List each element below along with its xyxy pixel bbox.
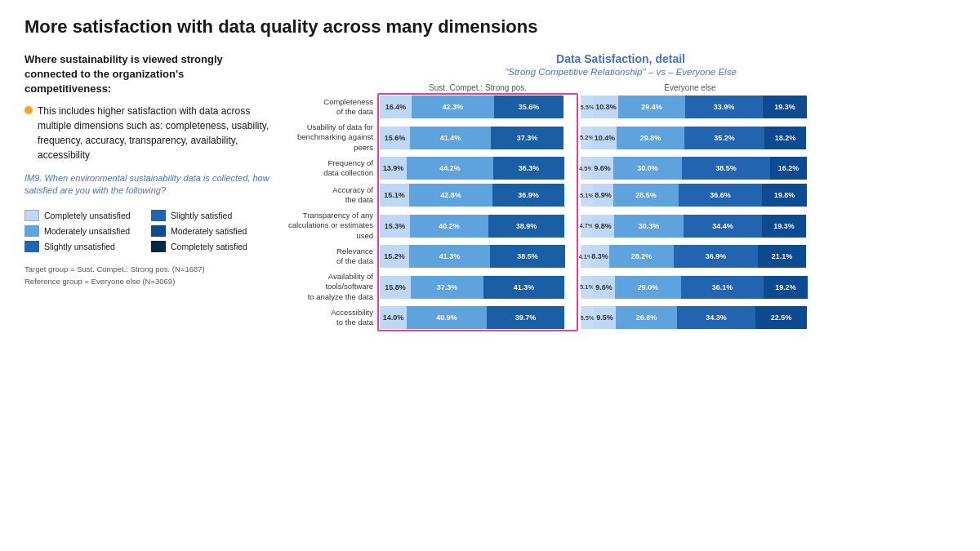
right-bars: 4.7%9.8%30.3%34.4%19.3%	[581, 215, 817, 238]
bar-segment-right: 16.2%	[770, 157, 807, 180]
footnote-1: Target group = Sust. Compet.: Strong pos…	[24, 264, 270, 275]
legend-item-5: Slightly unsatisfied	[24, 241, 143, 252]
bar-segment-left: 37.3%	[411, 276, 483, 299]
question-text: IM9. When environmental sustainability d…	[24, 172, 270, 198]
bar-segment-right: 8.9%	[593, 184, 613, 207]
right-bars: 4.1%8.3%28.2%36.9%21.1%	[581, 245, 817, 268]
bar-segment-left: 40.9%	[407, 306, 487, 329]
row-label: Usability of data forbenchmarking agains…	[286, 122, 380, 153]
chart-row: Transparency of anycalculations or estim…	[286, 211, 956, 241]
bar-segment-right: 38.5%	[682, 157, 770, 180]
bar-segment-left: 13.9%	[380, 157, 407, 180]
legend-label-2: Slightly satisfied	[171, 211, 232, 220]
right-bars: 5.1%8.9%28.5%36.6%19.8%	[581, 184, 817, 207]
left-bars: 15.2%41.3%38.5%	[380, 245, 576, 268]
row-label: Completenessof the data	[286, 97, 380, 118]
legend-color-2	[151, 210, 166, 221]
bar-segment-left: 15.2%	[380, 245, 409, 268]
bar-segment-right: 30.0%	[613, 157, 682, 180]
right-bars: 5.5%9.5%26.8%34.3%22.5%	[581, 306, 817, 329]
legend: Completely unsatisfied Slightly satisfie…	[24, 210, 270, 252]
left-bars: 16.4%42.3%35.6%	[380, 96, 576, 118]
bar-segment-left: 38.9%	[488, 215, 564, 238]
legend-color-4	[151, 225, 166, 237]
right-bars: 5.2%10.4%29.8%35.2%18.2%	[581, 127, 817, 149]
bar-segment-right: 19.3%	[762, 215, 806, 238]
bar-segment-right: 18.2%	[764, 127, 806, 149]
left-bars: 15.1%42.8%36.9%	[380, 184, 576, 207]
bar-segment-left: 40.2%	[410, 215, 488, 238]
left-bars: 15.3%40.2%38.9%	[380, 215, 576, 238]
right-bars: 5.1%9.6%29.0%36.1%19.2%	[581, 276, 817, 299]
chart-row: Accuracy ofthe data15.1%42.8%36.9%5.1%8.…	[286, 184, 956, 207]
bar-segment-left: 35.6%	[494, 96, 564, 118]
bar-segment-left: 41.3%	[483, 276, 564, 299]
row-label: Transparency of anycalculations or estim…	[286, 211, 380, 241]
left-bars: 13.9%44.2%36.3%	[380, 157, 576, 180]
legend-label-3: Moderately unsatisfied	[44, 226, 130, 236]
chart-row: Usability of data forbenchmarking agains…	[286, 122, 956, 153]
bar-segment-right: 35.2%	[684, 127, 764, 149]
bar-segment-right: 9.6%	[593, 276, 615, 299]
left-bars: 15.8%37.3%41.3%	[380, 276, 576, 299]
bar-segment-right: 5.5%	[581, 96, 594, 118]
right-bars: 5.5%10.8%29.4%33.9%19.3%	[581, 96, 817, 118]
legend-label-4: Moderately satisfied	[171, 226, 247, 236]
bar-segment-right: 33.9%	[685, 96, 763, 118]
right-bars: 4.5%9.6%30.0%38.5%16.2%	[581, 157, 817, 180]
bar-segment-right: 29.0%	[615, 276, 681, 299]
bar-segment-right: 28.2%	[609, 245, 674, 268]
bar-segment-right: 9.8%	[592, 215, 614, 238]
bar-segment-left: 41.4%	[410, 127, 491, 149]
bar-segment-right: 4.5%	[581, 157, 591, 180]
bar-segment-right: 8.3%	[590, 245, 609, 268]
bar-segment-right: 9.5%	[594, 306, 616, 329]
bar-segment-left: 36.9%	[492, 184, 564, 207]
chart-area: Completenessof the data16.4%42.3%35.6%5.…	[286, 96, 956, 329]
left-panel: Where sustainability is viewed strongly …	[24, 52, 270, 287]
row-label-spacer	[286, 83, 380, 92]
bullet-dot	[24, 106, 33, 114]
legend-label-6: Completely satisfied	[171, 242, 247, 251]
left-bars: 15.6%41.4%37.3%	[380, 127, 576, 149]
bar-segment-left: 15.3%	[380, 215, 410, 238]
description-title: Where sustainability is viewed strongly …	[24, 52, 270, 97]
bar-segment-right: 5.1%	[581, 276, 593, 299]
footnote-2: Reference group = Everyone else (N=3069)	[24, 276, 270, 287]
chart-headers: Sust. Compet.: Strong pos. Everyone else	[286, 83, 956, 92]
bar-segment-left: 39.7%	[487, 306, 564, 329]
left-bars: 14.0%40.9%39.7%	[380, 306, 576, 329]
chart-row: Frequency ofdata collection13.9%44.2%36.…	[286, 157, 956, 180]
chart-subtitle: "Strong Competitive Relationship" – vs –…	[286, 67, 956, 77]
bar-segment-right: 36.1%	[681, 276, 764, 299]
row-label: Availability of tools/softwareto analyze…	[286, 272, 380, 302]
bar-segment-right: 10.8%	[594, 96, 618, 118]
bar-segment-right: 34.3%	[677, 306, 755, 329]
bar-segment-left: 42.8%	[409, 184, 492, 207]
bar-segment-right: 30.3%	[614, 215, 684, 238]
footnotes: Target group = Sust. Compet.: Strong pos…	[24, 264, 270, 287]
legend-color-1	[24, 210, 39, 221]
legend-item-6: Completely satisfied	[151, 241, 270, 252]
legend-label-1: Completely unsatisfied	[44, 211, 131, 220]
chart-row: Availability of tools/softwareto analyze…	[286, 272, 956, 302]
bar-segment-right: 4.7%	[581, 215, 592, 238]
bar-segment-right: 34.4%	[684, 215, 762, 238]
bar-segment-left: 15.1%	[380, 184, 409, 207]
bar-segment-left: 15.8%	[380, 276, 411, 299]
bar-segment-left: 41.3%	[409, 245, 490, 268]
bar-segment-left: 16.4%	[380, 96, 412, 118]
bar-segment-right: 10.4%	[593, 127, 617, 149]
right-panel: Data Satisfaction, detail "Strong Compet…	[286, 52, 956, 333]
row-label: Accuracy ofthe data	[286, 185, 380, 206]
chart-row: Relevanceof the data15.2%41.3%38.5%4.1%8…	[286, 245, 956, 268]
bar-segment-right: 4.1%	[581, 245, 590, 268]
bar-segment-right: 28.5%	[613, 184, 679, 207]
chart-row: Accessibilityto the data14.0%40.9%39.7%5…	[286, 306, 956, 329]
bar-segment-left: 42.3%	[412, 96, 494, 118]
bar-segment-right: 21.1%	[758, 245, 806, 268]
legend-color-6	[151, 241, 166, 252]
legend-color-5	[24, 241, 39, 252]
bar-segment-left: 44.2%	[407, 157, 493, 180]
legend-item-1: Completely unsatisfied	[24, 210, 143, 221]
